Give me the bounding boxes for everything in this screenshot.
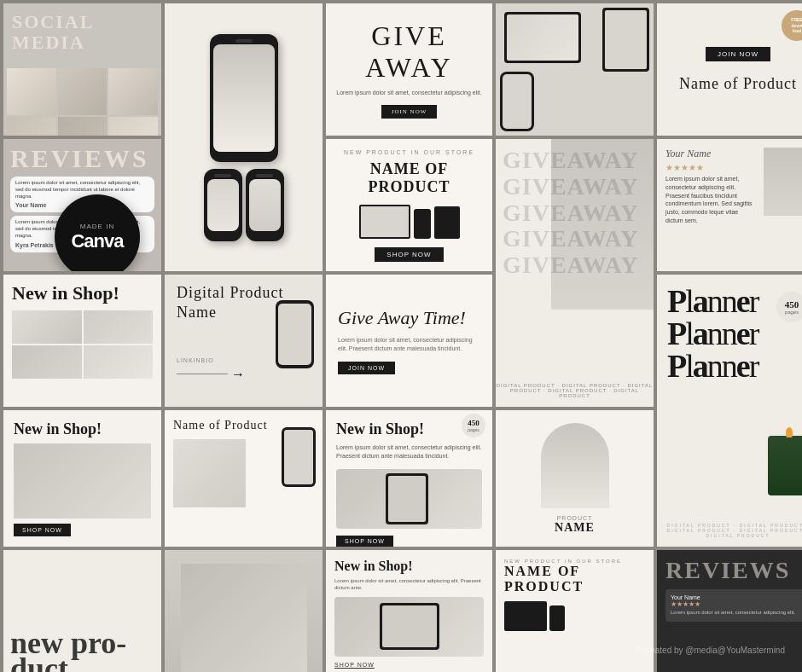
made-in-label: MADE IN	[80, 223, 114, 230]
main-grid: SOCIAL MEDIA GIVE AWAY Lore	[0, 0, 802, 672]
canva-badge: MADE IN Canva	[55, 194, 140, 271]
your-name-review-text: Lorem ipsum dolor sit amet, consectetur …	[665, 175, 757, 225]
new-product-big-text: new pro- duct	[10, 630, 154, 672]
necklace-inner	[181, 564, 307, 672]
phone-photo	[213, 44, 275, 152]
card-new-shop-tablet: New in Shop! Lorem ipsum dolor sit amet,…	[326, 550, 492, 672]
photo-5	[58, 117, 108, 136]
digital-label-bar: DIGITAL PRODUCT · DIGITAL PRODUCT · DIGI…	[496, 383, 654, 398]
page-count-num: 450	[468, 420, 479, 427]
card-your-name: Your Name ★★★★★ Lorem ipsum dolor sit am…	[657, 139, 802, 271]
planner-r2: r	[749, 316, 758, 351]
card-devices-top	[496, 3, 654, 136]
card-new-shop-bottom: New in Shop! SHOP NOW	[3, 410, 161, 547]
card-social-media: SOCIAL MEDIA	[3, 3, 161, 136]
planner-page-count: 450 pages	[776, 292, 802, 322]
new-shop-3-text: Lorem ipsum dolor sit amet, consectetur …	[336, 443, 482, 461]
new-shop-photo-grid	[12, 310, 153, 379]
arch-photo	[541, 423, 609, 508]
shop-photo-2	[84, 310, 154, 344]
mini-laptop-screen	[361, 206, 409, 237]
dark-review-name: Your Name	[671, 594, 802, 600]
card-reviews: REVIEWS Lorem ipsum dolor sit amet, cons…	[3, 139, 161, 271]
phone-small-1	[204, 169, 242, 241]
arrow-icon: →	[231, 367, 245, 382]
planner-e2: e	[736, 316, 749, 351]
new-shop-bottom-photo	[14, 443, 151, 518]
mini-phone	[414, 209, 431, 239]
person-thumbnail	[764, 148, 802, 216]
store-laptop	[504, 601, 547, 631]
tablet-device	[386, 473, 428, 524]
planner-p2: P	[667, 316, 685, 351]
dark-review-stars: ★★★★★	[671, 600, 802, 608]
shop-photo-4	[84, 345, 154, 379]
reviews-dark-title: REVIEWS	[665, 559, 802, 582]
product-name-label: Name of Product	[679, 75, 797, 93]
page-count-badge: 450 pages	[462, 414, 485, 437]
social-media-title: SOCIAL MEDIA	[3, 3, 161, 61]
planner-l2: l	[685, 316, 693, 351]
photo-1	[7, 68, 56, 115]
pages-label: pages	[468, 427, 479, 432]
phone-side-mockup	[276, 300, 314, 368]
phone-mockup-large	[210, 34, 278, 162]
phone-small-2	[246, 169, 284, 241]
new-shop-3-title: New in Shop!	[336, 420, 482, 438]
photo-3	[108, 68, 158, 115]
card-product-name-v: PRODUCT NAME	[496, 410, 654, 547]
tablet-mockup	[602, 8, 649, 72]
giveaway-time-title: Give Away Time!	[338, 307, 480, 329]
phone-mockup-sm	[500, 72, 534, 131]
mini-laptop	[359, 205, 410, 239]
planner-e: e	[736, 283, 749, 319]
new-shop-tablet-title: New in Shop!	[334, 559, 484, 574]
phones-row	[204, 169, 284, 241]
candle-flame	[786, 427, 793, 437]
giveaway-time-join-button[interactable]: JOIN NOW	[338, 362, 395, 374]
mini-tablet	[434, 206, 460, 239]
laptop-content	[507, 14, 578, 61]
giveaway-subtitle: Lorem ipsum dolor sit amet, consectetur …	[336, 89, 481, 97]
card-new-shop-1: New in Shop!	[3, 275, 161, 407]
phone-side-screen	[278, 304, 311, 365]
link-line	[177, 374, 228, 374]
devices-row	[359, 205, 460, 239]
giveaway-overlay-text: GIVEAWAYGIVEAWAYGIVEAWAYGIVEAWAYGIVEAWAY	[503, 148, 638, 279]
reviews-title: REVIEWS	[10, 146, 154, 171]
store-title: NAME OF PRODUCT	[504, 564, 645, 594]
new-shop-tablet-text: Lorem ipsum dolor sit amet, consectetur …	[334, 577, 484, 592]
planner-n: nn	[707, 283, 736, 319]
shop-now-btn[interactable]: SHOP NOW	[14, 524, 71, 536]
shop-photo-1	[12, 310, 82, 344]
planner-a3: a	[693, 348, 707, 384]
planner-r: r	[749, 283, 758, 319]
new-shop-1-title: New in Shop!	[12, 283, 153, 304]
necklace-photo	[165, 550, 323, 672]
new-shop-3-button[interactable]: SHOP NOW	[336, 536, 393, 547]
canva-brand: Canva	[71, 230, 123, 252]
planner-n2: nn	[707, 316, 736, 351]
phone-screen-sm	[503, 74, 532, 129]
card-new-product-big: new pro- duct	[3, 550, 161, 672]
planner-r3: r	[749, 348, 758, 384]
giveaway-give: GIVE	[371, 20, 446, 52]
np-line2: duct	[10, 652, 68, 672]
photo-4	[7, 117, 56, 136]
free-badge: FREEdownload	[782, 10, 802, 41]
planner-a: a	[693, 283, 707, 319]
your-name-header: Your Name ★★★★★ Lorem ipsum dolor sit am…	[665, 148, 802, 225]
new-shop-tablet-button[interactable]: SHOP NOW	[334, 662, 484, 668]
new-shop-bottom-title: New in Shop!	[14, 420, 151, 438]
shop-now-button[interactable]: SHOP NOW	[375, 247, 443, 262]
your-name-content: Your Name ★★★★★ Lorem ipsum dolor sit am…	[665, 148, 757, 225]
card-join-now: FREEdownload JOIN NOW Name of Product	[657, 3, 802, 136]
laptop-screen	[507, 14, 578, 61]
join-now-button[interactable]: JOIN NOW	[706, 47, 770, 61]
np2-phone	[282, 427, 316, 487]
planner-digital-strip: DIGITAL PRODUCT · DIGITAL PRODUCT · DIGI…	[657, 523, 802, 538]
product-title: NAME OF PRODUCT	[336, 160, 482, 196]
card-digital-product: Digital Product Name LINKINBIO →	[165, 275, 323, 407]
giveaway-time-text: Lorem ipsum dolor sit amet, consectetur …	[338, 336, 480, 353]
giveaway-join-button[interactable]: JOIN NOW	[381, 105, 438, 119]
